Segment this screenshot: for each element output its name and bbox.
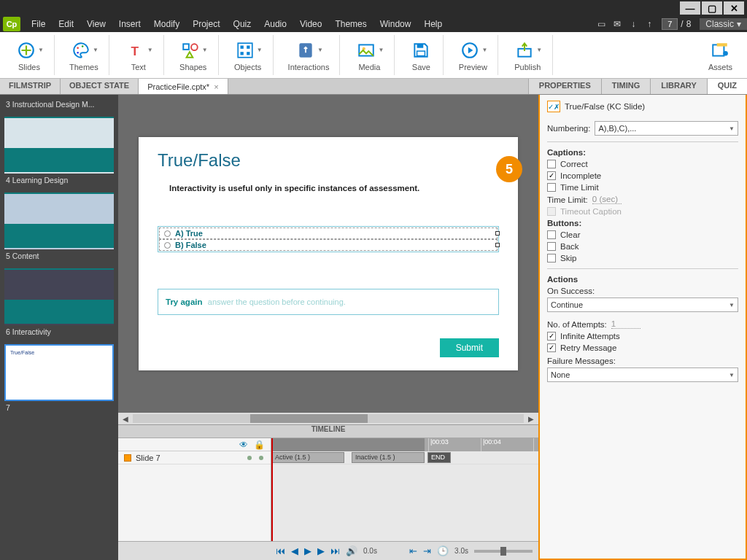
onsuccess-select[interactable]: Continue▼ <box>547 298 738 312</box>
publish-dropdown[interactable]: ▼ <box>536 47 542 53</box>
feedback-box[interactable]: Try again answer the question before con… <box>158 289 499 315</box>
publish-button[interactable] <box>513 39 536 61</box>
window-minimize[interactable]: — <box>680 1 700 15</box>
answer-a[interactable]: A) True <box>159 228 498 239</box>
failmsg-select[interactable]: None▼ <box>547 368 738 382</box>
chk-back[interactable]: Back <box>547 242 738 251</box>
slides-button[interactable] <box>15 39 38 61</box>
tab-properties[interactable]: PROPERTIES <box>528 79 601 94</box>
play-icon[interactable]: ▶ <box>304 545 311 556</box>
page-current-input[interactable] <box>662 18 678 30</box>
chk-correct[interactable]: Correct <box>547 160 738 168</box>
timeline-track[interactable]: Active (1.5 ) Inactive (1.5 ) END <box>271 451 538 464</box>
download-icon[interactable]: ↓ <box>625 19 641 29</box>
step-fwd-icon[interactable]: ▶ <box>317 545 325 556</box>
marker-end-icon[interactable]: ⇥ <box>423 545 431 556</box>
eye-icon[interactable]: 👁 <box>239 440 248 450</box>
timeline-tracks[interactable]: |00:00 |00:01 |00:02 |00:03 |00:04 Activ… <box>271 438 538 541</box>
radio-icon[interactable] <box>164 242 171 249</box>
screen-icon[interactable]: ▭ <box>593 19 609 29</box>
themes-button[interactable] <box>69 39 93 61</box>
close-file-icon[interactable]: × <box>214 82 218 91</box>
menu-edit[interactable]: Edit <box>52 19 80 29</box>
scroll-thumb[interactable] <box>250 414 368 423</box>
chk-clear[interactable]: Clear <box>547 230 738 239</box>
scroll-left-icon[interactable]: ◀ <box>121 415 130 423</box>
menu-window[interactable]: Window <box>374 19 418 29</box>
mail-icon[interactable]: ✉ <box>609 19 625 29</box>
chk-infinite[interactable]: Infinite Attempts <box>547 332 738 341</box>
objects-button[interactable] <box>233 39 257 61</box>
menu-file[interactable]: File <box>25 19 52 29</box>
tab-filmstrip[interactable]: FILMSTRIP <box>0 79 61 94</box>
menu-help[interactable]: Help <box>417 19 449 29</box>
thumb-3[interactable]: 3 Instructional Design M... <box>4 98 114 111</box>
chk-timelimit[interactable]: Time Limit <box>547 183 738 192</box>
menu-modify[interactable]: Modify <box>147 19 186 29</box>
thumb-5[interactable]: 5 Content <box>4 192 114 262</box>
radio-icon[interactable] <box>164 230 171 237</box>
thumb-4[interactable]: 4 Learning Design <box>4 117 114 187</box>
resize-handle[interactable] <box>495 243 500 247</box>
answers-box[interactable]: A) True B) False <box>158 226 499 252</box>
media-button[interactable] <box>355 39 378 61</box>
assets-button[interactable] <box>708 39 732 61</box>
answer-b[interactable]: B) False <box>159 239 498 251</box>
menu-quiz[interactable]: Quiz <box>227 19 258 29</box>
numbering-select[interactable]: A),B),C),...▼ <box>595 121 738 136</box>
menu-project[interactable]: Project <box>186 19 226 29</box>
marker-start-icon[interactable]: ⇤ <box>409 545 417 556</box>
chk-skip[interactable]: Skip <box>547 254 738 262</box>
shapes-dropdown[interactable]: ▼ <box>202 47 208 53</box>
timelimit-value[interactable]: 0 (sec) <box>592 195 622 204</box>
scroll-right-icon[interactable]: ▶ <box>527 415 535 423</box>
menu-audio[interactable]: Audio <box>258 19 293 29</box>
menu-insert[interactable]: Insert <box>112 19 147 29</box>
timeline-ruler[interactable]: |00:00 |00:01 |00:02 |00:03 |00:04 <box>271 438 538 451</box>
clip-end[interactable]: END <box>427 452 451 463</box>
lock-icon[interactable]: 🔒 <box>254 440 265 450</box>
workspace-selector[interactable]: Classic▾ <box>700 18 747 30</box>
slides-dropdown[interactable]: ▼ <box>38 47 44 53</box>
chk-incomplete[interactable]: Incomplete <box>547 171 738 180</box>
menu-view[interactable]: View <box>80 19 112 29</box>
themes-dropdown[interactable]: ▼ <box>93 47 98 53</box>
attempts-value[interactable]: 1 <box>611 319 640 329</box>
save-button[interactable] <box>409 39 433 61</box>
slide-canvas[interactable]: True/False Interactivity is useful only … <box>139 137 518 370</box>
shapes-button[interactable] <box>179 39 202 61</box>
question-text[interactable]: Interactivity is useful only in specific… <box>169 184 499 192</box>
timeline-slide-row[interactable]: Slide 7 <box>118 451 271 464</box>
filmstrip-panel[interactable]: 3 Instructional Design M... 4 Learning D… <box>0 95 118 560</box>
tab-object-state[interactable]: OBJECT STATE <box>61 79 139 94</box>
clip-inactive[interactable]: Inactive (1.5 ) <box>352 452 425 463</box>
preview-button[interactable] <box>458 39 481 61</box>
clip-active[interactable]: Active (1.5 ) <box>271 452 344 463</box>
thumb-6[interactable]: 6 Interactivity <box>4 268 114 338</box>
resize-handle[interactable] <box>495 231 500 236</box>
tab-library[interactable]: LIBRARY <box>650 79 706 94</box>
objects-dropdown[interactable]: ▼ <box>257 47 263 53</box>
chk-retry[interactable]: Retry Message <box>547 343 738 352</box>
step-back-icon[interactable]: ◀ <box>291 545 298 556</box>
goto-end-icon[interactable]: ⏭ <box>330 545 340 556</box>
tab-quiz[interactable]: QUIZ <box>707 79 747 94</box>
menu-video[interactable]: Video <box>293 19 328 29</box>
text-button[interactable]: T <box>124 39 147 61</box>
canvas-scroll[interactable]: True/False Interactivity is useful only … <box>118 95 538 413</box>
zoom-slider[interactable] <box>474 550 533 553</box>
media-dropdown[interactable]: ▼ <box>378 47 384 53</box>
interactions-dropdown[interactable]: ▼ <box>317 47 323 53</box>
mute-icon[interactable]: 🔊 <box>346 545 357 556</box>
playhead[interactable] <box>271 438 273 541</box>
tab-file[interactable]: PracticeFile.cptx* × <box>139 79 228 94</box>
upload-icon[interactable]: ↑ <box>641 19 657 29</box>
tab-timing[interactable]: TIMING <box>601 79 651 94</box>
window-close[interactable]: ✕ <box>724 1 744 15</box>
zoom-knob[interactable] <box>500 547 506 556</box>
goto-start-icon[interactable]: ⏮ <box>276 545 285 556</box>
clock-icon[interactable]: 🕒 <box>437 545 449 556</box>
text-dropdown[interactable]: ▼ <box>147 47 153 53</box>
horizontal-scrollbar[interactable]: ◀ ▶ <box>118 413 538 424</box>
window-restore[interactable]: ▢ <box>702 1 722 15</box>
